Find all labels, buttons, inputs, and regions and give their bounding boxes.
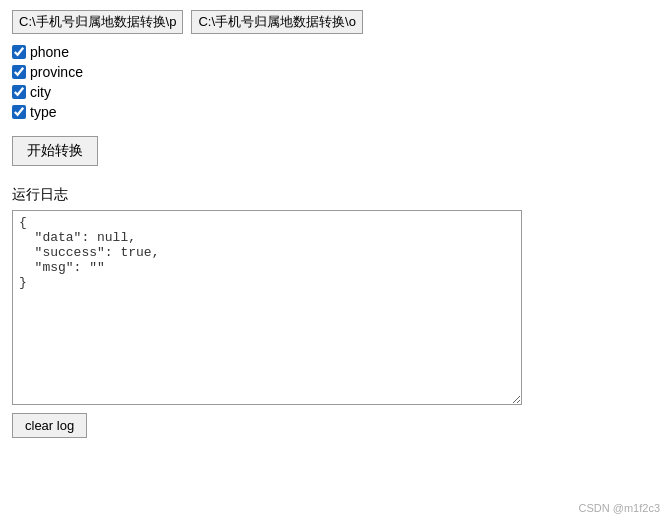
- checkbox-group: phone province city type: [12, 44, 658, 120]
- start-button[interactable]: 开始转换: [12, 136, 98, 166]
- watermark: CSDN @m1f2c3: [579, 502, 660, 514]
- log-section: 运行日志 clear log: [12, 186, 658, 438]
- checkbox-city-label[interactable]: city: [30, 84, 51, 100]
- main-container: C:\手机号归属地数据转换\p C:\手机号归属地数据转换\o phone pr…: [0, 0, 670, 448]
- checkbox-province[interactable]: [12, 65, 26, 79]
- file-inputs-row: C:\手机号归属地数据转换\p C:\手机号归属地数据转换\o: [12, 10, 658, 34]
- file-input-1[interactable]: C:\手机号归属地数据转换\p: [12, 10, 183, 34]
- checkbox-item-type: type: [12, 104, 658, 120]
- file-input-2[interactable]: C:\手机号归属地数据转换\o: [191, 10, 362, 34]
- log-title: 运行日志: [12, 186, 658, 204]
- log-textarea[interactable]: [12, 210, 522, 405]
- checkbox-city[interactable]: [12, 85, 26, 99]
- checkbox-phone-label[interactable]: phone: [30, 44, 69, 60]
- checkbox-item-phone: phone: [12, 44, 658, 60]
- checkbox-type[interactable]: [12, 105, 26, 119]
- checkbox-item-province: province: [12, 64, 658, 80]
- checkbox-phone[interactable]: [12, 45, 26, 59]
- clear-log-button[interactable]: clear log: [12, 413, 87, 438]
- checkbox-type-label[interactable]: type: [30, 104, 56, 120]
- checkbox-item-city: city: [12, 84, 658, 100]
- checkbox-province-label[interactable]: province: [30, 64, 83, 80]
